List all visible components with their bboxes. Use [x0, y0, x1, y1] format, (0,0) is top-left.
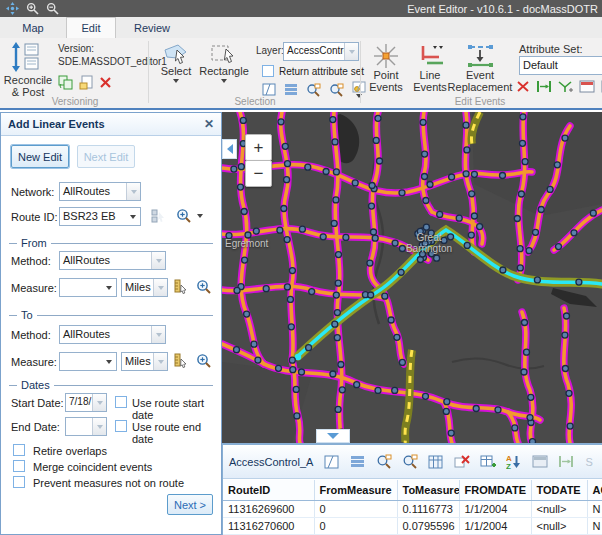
zoom-out-icon[interactable]	[44, 2, 60, 15]
start-date-dropdown-arrow[interactable]	[92, 394, 106, 411]
from-method-label: Method:	[11, 255, 51, 267]
pan-to-selection-icon[interactable]	[329, 83, 344, 97]
pan-to-selection-icon[interactable]	[401, 453, 418, 470]
network-dropdown-arrow[interactable]	[126, 183, 140, 200]
column-header[interactable]: RouteID	[223, 480, 314, 500]
from-unit-dropdown-arrow[interactable]	[153, 279, 167, 296]
column-header[interactable]: FromMeasure	[314, 480, 397, 500]
layer-dropdown-arrow[interactable]	[344, 43, 358, 60]
reconcile-post-icon[interactable]	[10, 42, 46, 72]
zoom-to-selection-icon[interactable]	[375, 453, 392, 470]
measure-selection-icon[interactable]	[557, 453, 574, 470]
from-measure-pick-icon[interactable]	[171, 278, 189, 295]
end-date-label: End Date:	[11, 421, 60, 433]
attribute-table: RouteID FromMeasure ToMeasure FROMDATE T…	[223, 480, 602, 535]
route-id-dropdown[interactable]: BSR23 EB	[59, 207, 141, 226]
retire-overlaps-checkbox[interactable]	[13, 444, 25, 456]
collapse-left-panel-button[interactable]	[222, 139, 237, 159]
ribbon-divider	[148, 41, 149, 103]
network-dropdown[interactable]: AllRoutes	[59, 182, 141, 201]
table-layer-tab[interactable]: AccessControl_A	[229, 456, 313, 468]
refresh-version-icon[interactable]	[58, 75, 74, 90]
clear-selection-icon[interactable]	[453, 453, 470, 470]
to-measure-pick-icon[interactable]	[171, 352, 189, 369]
delete-version-icon[interactable]	[99, 76, 112, 89]
to-measure-dropdown-arrow[interactable]	[102, 353, 116, 370]
select-dropdown-caret[interactable]	[173, 79, 179, 83]
event-replacement-button[interactable]: Event Replacement	[443, 43, 517, 93]
use-route-end-date-label: Use route end date	[132, 421, 221, 445]
route-id-dropdown-arrow[interactable]	[126, 208, 140, 225]
column-header[interactable]: FROMDATE	[459, 480, 531, 500]
to-unit-dropdown-arrow[interactable]	[153, 353, 167, 370]
add-linear-events-panel: Add Linear Events ✕ New Edit Next Edit N…	[0, 112, 222, 535]
select-button[interactable]: Select	[158, 43, 194, 83]
zoom-to-selection-icon[interactable]	[306, 83, 321, 97]
end-date-dropdown-arrow[interactable]	[92, 418, 106, 435]
column-header[interactable]: AC	[587, 480, 602, 500]
select-by-attribute-icon[interactable]	[352, 81, 366, 98]
to-zoom-icon[interactable]	[195, 352, 213, 369]
attribute-set-dropdown[interactable]: Default	[519, 56, 602, 75]
zoom-in-icon[interactable]	[24, 2, 40, 15]
collapse-bottom-panel-button[interactable]	[316, 429, 350, 443]
next-edit-button[interactable]: Next Edit	[77, 145, 135, 168]
use-route-start-date-checkbox[interactable]	[115, 396, 127, 408]
truncated-toolbar-button[interactable]: S	[585, 456, 592, 468]
table-row[interactable]: 11316269600 0 0.1116773 1/1/2004 <null> …	[223, 500, 602, 517]
svg-text:Z: Z	[506, 462, 511, 469]
selected-records-icon[interactable]	[284, 83, 298, 96]
layer-dropdown[interactable]: AccessControl_A	[283, 42, 359, 61]
column-header[interactable]: TODATE	[531, 480, 587, 500]
select-features-icon[interactable]	[262, 83, 276, 96]
table-row[interactable]: 11316270600 0 0.0795596 1/1/2004 <null> …	[223, 517, 602, 534]
sort-records-icon[interactable]: A Z	[505, 453, 522, 470]
map-canvas[interactable]: Egremont Great Barrington + −	[222, 112, 602, 443]
new-version-icon[interactable]	[79, 75, 94, 90]
select-features-icon[interactable]	[323, 453, 340, 470]
new-edit-button[interactable]: New Edit	[11, 145, 69, 168]
merge-event-icon[interactable]	[558, 80, 573, 93]
zoom-to-route-icon[interactable]	[175, 207, 193, 224]
statistics-icon[interactable]	[427, 453, 444, 470]
end-date-dropdown[interactable]	[65, 417, 107, 436]
map-zoom-out-button[interactable]: −	[245, 160, 272, 187]
select-route-on-map-icon[interactable]	[149, 207, 167, 224]
map-zoom-in-button[interactable]: +	[245, 134, 272, 161]
return-attribute-set-checkbox[interactable]	[262, 65, 274, 77]
use-route-end-date-checkbox[interactable]	[115, 420, 127, 432]
to-measure-dropdown[interactable]	[59, 352, 117, 371]
rectangle-dropdown-caret[interactable]	[221, 79, 227, 83]
prevent-measures-checkbox[interactable]	[13, 476, 25, 488]
column-header[interactable]: ToMeasure	[397, 480, 459, 500]
next-button[interactable]: Next >	[167, 494, 213, 515]
merge-coincident-events-checkbox[interactable]	[13, 460, 25, 472]
split-event-icon[interactable]	[516, 80, 530, 93]
zoom-options-caret[interactable]	[197, 214, 203, 218]
tab-review[interactable]: Review	[124, 17, 180, 38]
tab-map[interactable]: Map	[8, 17, 58, 38]
point-events-button[interactable]: Point Events	[366, 43, 406, 93]
to-method-dropdown[interactable]: AllRoutes	[59, 325, 166, 344]
reconcile-post-button[interactable]: Reconcile & Post	[2, 74, 54, 98]
tab-edit[interactable]: Edit	[66, 17, 116, 38]
rectangle-button[interactable]: Rectangle	[198, 43, 250, 83]
add-record-icon[interactable]	[479, 453, 496, 470]
start-date-dropdown[interactable]: 7/18/	[65, 393, 107, 412]
measure-event-icon[interactable]	[536, 80, 552, 93]
from-measure-dropdown[interactable]	[59, 278, 117, 297]
to-unit-dropdown[interactable]: Miles	[121, 352, 168, 371]
from-method-dropdown[interactable]: AllRoutes	[59, 251, 166, 270]
to-method-dropdown-arrow[interactable]	[151, 326, 165, 343]
from-method-dropdown-arrow[interactable]	[151, 252, 165, 269]
ribbon: Reconcile & Post Version: SDE.MASSDOT_ed…	[0, 38, 602, 110]
from-unit-dropdown[interactable]: Miles	[121, 278, 168, 297]
pan-icon[interactable]	[4, 2, 20, 15]
attribute-window-icon[interactable]	[531, 453, 548, 470]
from-zoom-icon[interactable]	[195, 278, 213, 295]
from-measure-dropdown-arrow[interactable]	[102, 279, 116, 296]
show-selected-records-icon[interactable]	[349, 453, 366, 470]
to-group-legend: To	[9, 309, 213, 321]
close-icon[interactable]: ✕	[204, 117, 214, 131]
event-attributes-icon[interactable]	[579, 80, 595, 93]
